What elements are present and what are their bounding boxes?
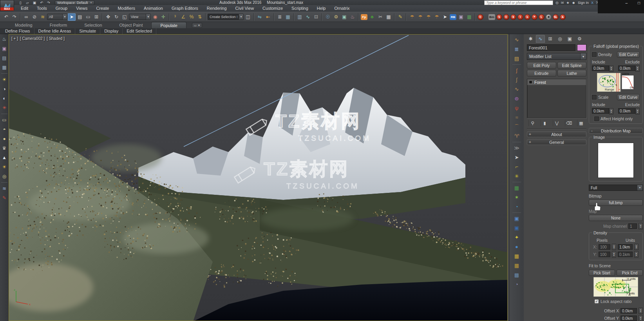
ribbon-display-toggle[interactable]: ▭▼ — [192, 23, 203, 28]
density-y-pixels-spinner[interactable]: ▲▼ — [612, 251, 616, 258]
ribbon-tab-object-paint[interactable]: Object Paint — [111, 22, 152, 28]
density-y-units-spinner[interactable]: ▲▼ — [634, 251, 639, 258]
open-file-icon[interactable]: ▱ — [24, 0, 31, 5]
select-and-move-icon[interactable]: ✥ — [104, 13, 112, 21]
tree-preset-4-icon[interactable]: ☂ — [433, 13, 441, 21]
ox-mesh-icon[interactable]: ▤ — [513, 55, 521, 62]
photo-tool-icon[interactable]: ▣ — [457, 13, 465, 21]
angle-snap-icon[interactable]: ∠ — [179, 13, 187, 21]
scale-exclude-field[interactable]: 0.0km — [618, 108, 635, 114]
falloff-include-field[interactable]: 0.0km — [592, 65, 609, 71]
edit-curve-2-button[interactable]: Edit Curve — [617, 94, 640, 100]
plugin-badge-9[interactable]: SL — [553, 14, 559, 20]
favorites-star-icon[interactable]: ★ — [566, 1, 569, 5]
menu-create[interactable]: Create — [92, 5, 113, 12]
menu-tools[interactable]: Tools — [33, 5, 51, 12]
select-manipulate-icon[interactable]: ✛ — [159, 13, 167, 21]
chevron-down-icon[interactable]: ▼ — [239, 14, 243, 20]
density-checkbox[interactable] — [592, 52, 597, 57]
rollout-general[interactable]: + General — [527, 139, 586, 145]
application-menu-button[interactable]: MAX — [0, 0, 14, 11]
chevron-down-icon[interactable]: ▼ — [146, 14, 150, 20]
mirror-icon[interactable]: ⇋ — [256, 13, 264, 21]
edit-poly-button[interactable]: Edit Poly — [527, 62, 556, 69]
ox-strand2-icon[interactable]: ∫ — [513, 76, 521, 83]
density-y-units-field[interactable]: 0.1km — [618, 252, 633, 257]
plugin-badge-5[interactable]: n — [525, 14, 530, 20]
ox-curl-icon[interactable]: ∿ — [513, 85, 521, 93]
density-x-pixels-field[interactable]: 100 — [599, 244, 610, 250]
render-teapot-icon[interactable]: ♨ — [1, 36, 8, 43]
viewport-camera-label[interactable]: [ Camera002 ] — [20, 36, 45, 41]
layer-manager-icon[interactable]: ≣ — [276, 13, 284, 21]
window-crossing-icon[interactable]: ⊞ — [92, 13, 100, 21]
save-file-icon[interactable]: ▣ — [31, 0, 38, 5]
color-table-icon[interactable]: ▩ — [465, 13, 473, 21]
show-end-result-button[interactable]: ▮ — [541, 120, 548, 126]
edit-curve-button[interactable]: Edit Curve — [617, 51, 640, 58]
offset-y-field[interactable]: 0.0km — [620, 316, 637, 321]
ox-hook-icon[interactable]: ⌒ — [513, 123, 521, 131]
ox-strand1-icon[interactable]: ʃ — [513, 67, 521, 74]
grid-table2-icon[interactable]: ▦ — [1, 64, 8, 71]
create-tab[interactable]: ✱ — [526, 35, 535, 43]
object-color-swatch[interactable] — [577, 44, 586, 51]
ox-hair-icon[interactable]: ∿ — [513, 36, 521, 44]
spinner-snap-icon[interactable]: ⇅ — [196, 13, 204, 21]
subtab-define-idle-areas[interactable]: Define Idle Areas — [34, 28, 76, 34]
plane-icon[interactable]: ▭ — [1, 116, 8, 123]
scatter-tool-icon[interactable]: ✂ — [376, 13, 384, 21]
hierarchy-tab[interactable]: ⊞ — [546, 35, 555, 43]
brush-red-icon[interactable]: ✎ — [1, 194, 8, 201]
ox-star-icon[interactable]: ✳ — [513, 172, 521, 180]
ox-wave-icon[interactable]: ≈ — [513, 114, 521, 121]
motion-tab[interactable]: ◎ — [555, 35, 564, 43]
ribbon-tab-modeling[interactable]: Modeling — [6, 22, 41, 28]
paint-tool-icon[interactable]: ✎ — [396, 13, 404, 21]
edit-named-selection-icon[interactable]: ◫ — [244, 13, 252, 21]
map-none-button[interactable]: None — [589, 215, 643, 221]
modifier-stack[interactable]: Forest — [527, 79, 586, 118]
redo-quick-icon[interactable]: ↷ — [45, 0, 52, 5]
list-tool-icon[interactable]: ▦ — [385, 13, 393, 21]
rendered-frame-icon[interactable]: ▣ — [340, 13, 348, 21]
thumb-7-icon[interactable]: ▩ — [513, 271, 521, 279]
pointer-tool-icon[interactable]: ➤ — [441, 13, 449, 21]
object-name-field[interactable]: Forest001 — [527, 44, 575, 51]
menu-group[interactable]: Group — [51, 5, 72, 12]
thumb-6-icon[interactable]: ▦ — [513, 262, 521, 269]
percent-snap-icon[interactable]: % — [188, 13, 195, 21]
tree-preset-2-icon[interactable]: ☂ — [416, 13, 424, 21]
use-pivot-center-icon[interactable]: ◉ — [151, 13, 159, 21]
remove-modifier-button[interactable]: ⌫ — [565, 120, 573, 126]
density-x-pixels-spinner[interactable]: ▲▼ — [612, 244, 616, 250]
density-x-units-spinner[interactable]: ▲▼ — [634, 244, 639, 250]
viewport-menu-plus[interactable]: [ + ] — [11, 36, 18, 41]
rollout-about[interactable]: + About — [527, 131, 586, 137]
rb-plugin-icon[interactable]: RB — [450, 14, 456, 20]
falloff-exclude-field[interactable]: 0.0km — [618, 65, 635, 71]
plugin-badge-8[interactable]: ◆ — [546, 14, 552, 20]
rectangular-selection-icon[interactable]: ▭ — [84, 13, 92, 21]
falloff-include-spinner[interactable]: ▲▼ — [609, 65, 613, 72]
dome-icon[interactable]: ◓ — [1, 126, 8, 133]
curve-editor-icon[interactable]: ∿ — [304, 13, 312, 21]
select-by-name-icon[interactable]: ▤ — [76, 13, 84, 21]
map-channel-spinner[interactable]: ▲▼ — [639, 223, 643, 229]
tree-preset-3-icon[interactable]: ☂ — [425, 13, 432, 21]
offset-x-field[interactable]: 0.0km — [620, 308, 637, 314]
viewport-shading-label[interactable]: [ Shaded ] — [47, 36, 65, 41]
forest-tree-icon[interactable]: ♣ — [368, 13, 376, 21]
snap-toggle-3d-icon[interactable]: ³ — [171, 13, 179, 21]
scene-explorer-icon[interactable]: ▥ — [296, 13, 304, 21]
redo-icon[interactable]: ↷ — [11, 13, 18, 21]
menu-scripting[interactable]: Scripting — [287, 5, 313, 12]
sun-icon[interactable]: ☀ — [1, 163, 8, 170]
menu-customize[interactable]: Customize — [258, 5, 287, 12]
ox-clump-icon[interactable]: ψ — [513, 104, 521, 112]
collapse-minus-icon[interactable]: - — [589, 129, 595, 133]
undo-quick-icon[interactable]: ↶ — [38, 0, 45, 5]
maximize-button[interactable]: □ — [638, 1, 640, 5]
ox-guides-icon[interactable]: ≣ — [513, 45, 521, 53]
plugin-badge-2[interactable]: C — [503, 14, 509, 20]
